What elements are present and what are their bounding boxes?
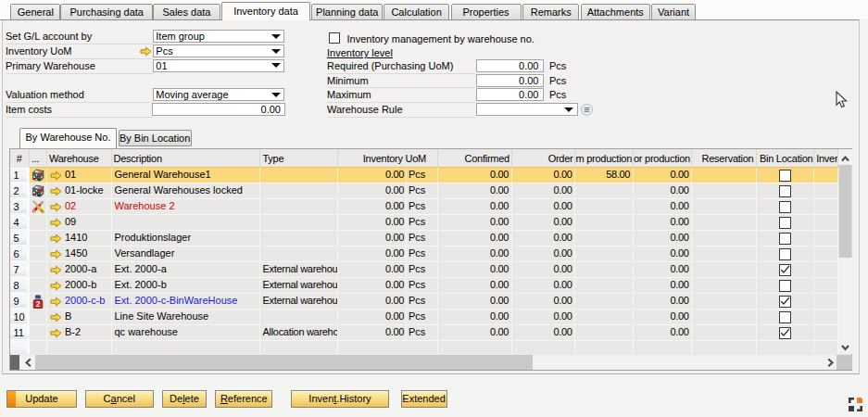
- svg-text:2: 2: [36, 299, 41, 309]
